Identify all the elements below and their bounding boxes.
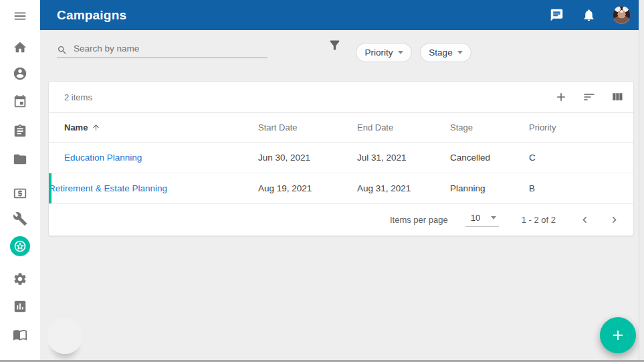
column-header-start-date[interactable]: Start Date <box>258 122 357 132</box>
search-field <box>57 42 267 58</box>
table-row[interactable]: Retirement & Estate Planning Aug 19, 202… <box>49 173 633 204</box>
campaign-name-cell: Education Planning <box>49 153 258 163</box>
notifications-icon[interactable] <box>580 7 597 23</box>
feedback-icon[interactable] <box>548 7 564 23</box>
campaigns-table-card: 2 items Name Start Date End Date Stage <box>48 81 634 236</box>
filter-icon[interactable] <box>328 38 344 54</box>
sidebar <box>0 0 40 360</box>
app-bar-actions <box>548 0 631 30</box>
contacts-icon[interactable] <box>12 66 28 82</box>
chevron-down-icon <box>398 51 403 54</box>
pagination-bar: Items per page 10 1 - 2 of 2 <box>49 204 633 235</box>
column-header-end-date[interactable]: End Date <box>357 122 450 132</box>
items-count: 2 items <box>64 92 92 102</box>
stage-filter-chip[interactable]: Stage <box>420 43 471 62</box>
page-title: Campaigns <box>57 8 126 23</box>
tools-icon[interactable] <box>12 211 28 227</box>
end-date-cell: Jul 31, 2021 <box>357 153 450 163</box>
priority-cell: C <box>529 153 633 163</box>
plus-icon <box>610 327 626 343</box>
column-header-label: Name <box>64 122 88 132</box>
ghost-fab-placeholder <box>47 318 83 354</box>
page-size-value: 10 <box>471 213 480 223</box>
stage-cell: Planning <box>450 183 529 193</box>
chevron-down-icon <box>457 51 463 54</box>
campaign-name-link[interactable]: Education Planning <box>64 153 142 163</box>
add-campaign-fab[interactable] <box>600 317 636 353</box>
table-toolbar: 2 items <box>49 82 633 112</box>
end-date-cell: Aug 31, 2021 <box>357 183 450 193</box>
home-icon[interactable] <box>12 39 28 56</box>
priority-chip-label: Priority <box>364 48 393 58</box>
settings-icon[interactable] <box>12 271 28 287</box>
campaign-name-link[interactable]: Retirement & Estate Planning <box>49 183 167 193</box>
start-date-cell: Jun 30, 2021 <box>258 153 357 163</box>
app-bar: Campaigns <box>40 0 639 30</box>
add-icon[interactable] <box>554 90 568 104</box>
pagination-range: 1 - 2 of 2 <box>522 215 556 225</box>
user-avatar[interactable] <box>613 6 631 24</box>
active-row-indicator <box>49 173 51 203</box>
sort-ascending-icon <box>92 123 100 132</box>
page-size-select[interactable]: 10 <box>465 213 499 227</box>
scrollbar-track[interactable] <box>639 0 644 360</box>
items-per-page-label: Items per page <box>390 215 448 225</box>
campaign-name-cell: Retirement & Estate Planning <box>49 183 258 193</box>
tasks-icon[interactable] <box>12 123 28 139</box>
column-header-name[interactable]: Name <box>49 122 258 132</box>
priority-filter-chip[interactable]: Priority <box>356 43 412 62</box>
files-icon[interactable] <box>12 151 28 167</box>
column-header-stage[interactable]: Stage <box>450 122 529 132</box>
search-input[interactable] <box>74 42 267 58</box>
next-page-icon[interactable] <box>605 211 623 228</box>
app-window: Campaigns Priority Stage <box>0 0 644 362</box>
search-icon <box>57 45 68 56</box>
sort-icon[interactable] <box>582 90 597 104</box>
table-toolbar-actions <box>554 90 625 104</box>
stage-cell: Cancelled <box>450 153 529 163</box>
billing-icon[interactable] <box>12 185 28 201</box>
stage-chip-label: Stage <box>429 48 452 58</box>
start-date-cell: Aug 19, 2021 <box>258 183 357 193</box>
select-underline <box>465 226 499 227</box>
calendar-icon[interactable] <box>12 94 28 110</box>
columns-icon[interactable] <box>610 90 625 104</box>
priority-cell: B <box>529 183 633 193</box>
search-underline <box>57 58 267 58</box>
column-header-priority[interactable]: Priority <box>529 122 633 132</box>
table-header-row: Name Start Date End Date Stage Priority <box>49 112 633 143</box>
table-row[interactable]: Education Planning Jun 30, 2021 Jul 31, … <box>49 143 633 173</box>
chevron-down-icon <box>491 216 496 219</box>
filter-bar: Priority Stage <box>40 30 639 70</box>
library-icon[interactable] <box>12 327 28 343</box>
menu-icon[interactable] <box>12 8 28 24</box>
reports-icon[interactable] <box>12 298 28 314</box>
previous-page-icon[interactable] <box>576 211 593 228</box>
campaigns-icon-active[interactable] <box>10 236 30 256</box>
